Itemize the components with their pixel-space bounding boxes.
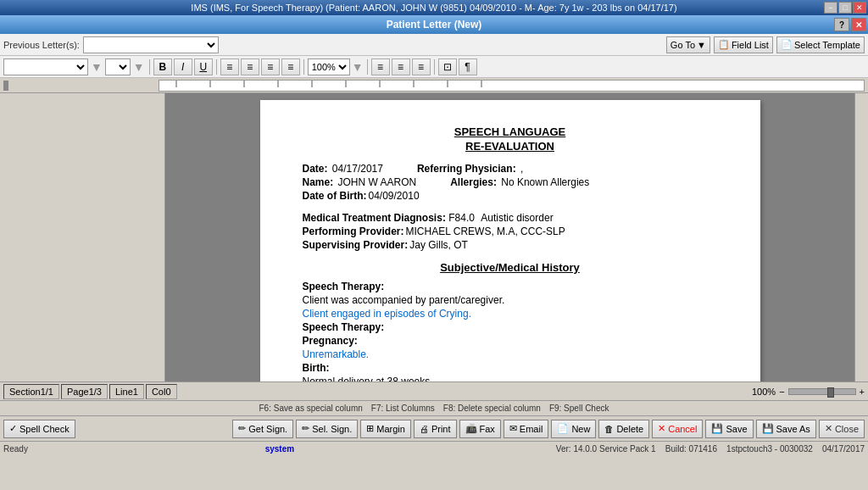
font-size-select[interactable] [105, 58, 131, 75]
select-template-button[interactable]: 📄 Select Template [776, 36, 865, 53]
align-left-button[interactable]: ≡ [220, 58, 239, 75]
spell-check-button[interactable]: ✓ Spell Check [3, 420, 75, 438]
sel-sign-icon: ✏ [302, 423, 309, 434]
format-separator-5 [434, 59, 435, 75]
cancel-button[interactable]: ✕ Cancel [652, 420, 703, 438]
close-button[interactable]: ✕ Close [819, 420, 865, 438]
fax-label: Fax [480, 424, 495, 434]
window-title-bar: IMS (IMS, For Speech Therapy) (Patient: … [0, 0, 868, 15]
get-sign-button[interactable]: ✏ Get Sign. [232, 420, 293, 438]
save-as-icon: 💾 [762, 423, 774, 434]
new-label: New [571, 424, 590, 434]
version-bar: Ready system Ver: 14.0.0 Service Pack 1 … [0, 441, 868, 456]
email-button[interactable]: ✉ Email [504, 420, 549, 438]
system-label: system [265, 444, 294, 454]
new-button[interactable]: 📄 New [551, 420, 596, 438]
margin-button[interactable]: ⊞ Margin [360, 420, 411, 438]
cancel-label: Cancel [668, 424, 697, 434]
sel-sign-button[interactable]: ✏ Sel. Sign. [296, 420, 358, 438]
goto-label: Go To [670, 40, 695, 50]
fax-button[interactable]: 📠 Fax [459, 420, 501, 438]
supervising-label: Supervising Provider: [303, 239, 409, 251]
speech-therapy-label1: Speech Therapy: [303, 281, 718, 292]
status-section: Section1/1 [3, 384, 59, 399]
app-close-button[interactable]: ✕ [851, 18, 866, 31]
name-label: Name: [303, 176, 334, 188]
print-icon: 🖨 [420, 424, 429, 434]
pregnancy-value: Unremarkable. [303, 348, 718, 360]
toolbar-dropdown-arrow: ▼ [90, 60, 103, 74]
wrap-button[interactable]: ⊡ [438, 58, 457, 75]
referring-value: , [520, 163, 523, 175]
field-list-icon: 📋 [718, 39, 730, 50]
field-list-button[interactable]: 📋 Field List [714, 36, 773, 53]
supervising-value: Jay Gills, OT [409, 239, 468, 251]
delete-icon: 🗑 [604, 424, 614, 434]
doc-supervising-row: Supervising Provider: Jay Gills, OT [303, 239, 718, 251]
underline-button[interactable]: U [194, 58, 213, 75]
diagnosis-code: F84.0 [448, 212, 475, 224]
font-name-select[interactable] [3, 58, 88, 75]
app-help-button[interactable]: ? [834, 18, 849, 31]
delete-button[interactable]: 🗑 Delete [598, 420, 649, 438]
name-value: JOHN W AARON [338, 176, 417, 188]
italic-button[interactable]: I [174, 58, 192, 75]
select-template-label: Select Template [794, 40, 860, 50]
allergies-label: Allergies: [450, 176, 497, 188]
status-bar: Section1/1 Page1/3 Line1 Col0 100% − + [0, 381, 868, 400]
list-style-3-button[interactable]: ≡ [412, 58, 431, 75]
document-page: SPEECH LANGUAGE RE-EVALUATION Date: 04/1… [260, 100, 760, 381]
align-right-button[interactable]: ≡ [261, 58, 280, 75]
zoom-minus[interactable]: − [779, 387, 784, 397]
speech-line1: Client was accompanied by parent/caregiv… [303, 294, 718, 306]
list-style-2-button[interactable]: ≡ [392, 58, 410, 75]
margin-icon: ⊞ [366, 423, 374, 434]
get-sign-icon: ✏ [238, 423, 246, 434]
speech-therapy-label2: Speech Therapy: [303, 321, 718, 333]
list-style-1-button[interactable]: ≡ [371, 58, 390, 75]
close-icon: ✕ [825, 423, 832, 434]
main-area: SPEECH LANGUAGE RE-EVALUATION Date: 04/1… [0, 93, 868, 381]
new-icon: 📄 [557, 423, 569, 434]
zoom-select[interactable]: 100% [308, 58, 350, 75]
save-button[interactable]: 💾 Save [705, 420, 753, 438]
ver-label: Ver: 14.0.0 Service Pack 1 [556, 444, 656, 454]
referring-label: Referring Physician: [417, 163, 516, 175]
fax-icon: 📠 [465, 423, 477, 434]
prev-letter-select[interactable] [83, 36, 219, 53]
window-title-text: IMS (IMS, For Speech Therapy) (Patient: … [191, 3, 676, 13]
dob-value: 04/09/2010 [369, 190, 420, 202]
goto-button[interactable]: Go To ▼ [666, 36, 710, 53]
minimize-button[interactable]: − [824, 2, 837, 14]
paragraph-button[interactable]: ¶ [459, 58, 477, 75]
document-area[interactable]: SPEECH LANGUAGE RE-EVALUATION Date: 04/1… [165, 93, 854, 381]
zoom-value: 100% [752, 387, 776, 397]
f8-label: F8: Delete special column [443, 404, 541, 413]
right-scrollbar[interactable] [854, 93, 868, 381]
maximize-button[interactable]: □ [838, 2, 852, 14]
save-as-button[interactable]: 💾 Save As [756, 420, 816, 438]
ruler-handle[interactable] [3, 81, 8, 91]
f9-label: F9: Spell Check [549, 404, 609, 413]
align-center-button[interactable]: ≡ [241, 58, 259, 75]
doc-dob-row: Date of Birth: 04/09/2010 [303, 190, 718, 202]
zoom-thumb[interactable] [827, 387, 834, 398]
save-as-label: Save As [776, 424, 810, 434]
f7-label: F7: List Columns [371, 404, 435, 413]
zoom-plus[interactable]: + [860, 387, 865, 397]
zoom-control[interactable]: 100% − + [752, 387, 865, 397]
close-window-button[interactable]: ✕ [853, 2, 866, 14]
allergies-value: No Known Allergies [501, 176, 589, 188]
bold-button[interactable]: B [153, 58, 172, 75]
zoom-slider[interactable] [788, 388, 856, 395]
justify-button[interactable]: ≡ [281, 58, 300, 75]
doc-diagnosis-row: Medical Treatment Diagnosis: F84.0 Autis… [303, 212, 718, 224]
save-label: Save [726, 424, 747, 434]
function-key-bar: F6: Save as special column F7: List Colu… [0, 400, 868, 415]
print-button[interactable]: 🖨 Print [414, 420, 457, 438]
format-separator-1 [149, 59, 150, 75]
cancel-icon: ✕ [658, 423, 665, 434]
doc-header-row1: Date: 04/17/2017 Referring Physician: , [303, 163, 718, 175]
goto-arrow-icon: ▼ [697, 40, 706, 50]
save-icon: 💾 [711, 423, 723, 434]
